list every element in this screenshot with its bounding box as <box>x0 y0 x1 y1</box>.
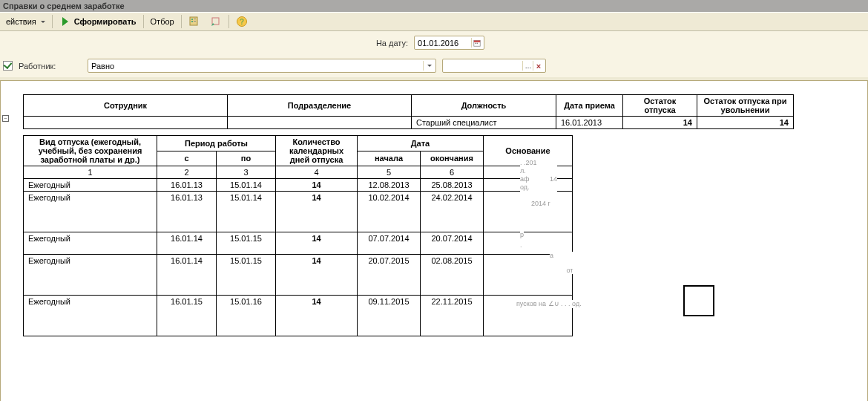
settings-icon <box>188 16 200 27</box>
worker-checkbox[interactable] <box>3 61 13 71</box>
cell-start: 07.07.2014 <box>358 232 421 255</box>
filter-label: Отбор <box>151 17 174 26</box>
table-row: Ежегодный16.01.1415.01.151420.07.201502.… <box>24 255 573 296</box>
calendar-icon[interactable] <box>471 38 481 48</box>
cell-type: Ежегодный <box>24 179 157 192</box>
restore-button[interactable] <box>206 14 226 30</box>
cell-days: 14 <box>276 192 358 232</box>
chevron-down-icon[interactable] <box>423 61 433 71</box>
worker-value-input[interactable]: … × <box>442 59 546 73</box>
cell-type: Ежегодный <box>24 232 157 255</box>
col-number: 1 <box>24 166 157 179</box>
col-position: Должность <box>412 95 556 117</box>
summary-row: Старший специалист 16.01.2013 14 14 <box>24 117 794 129</box>
cell-to: 15.01.14 <box>217 179 276 192</box>
hdr-start: начала <box>358 151 421 166</box>
cell-type: Ежегодный <box>24 255 157 296</box>
cell-days: 14 <box>276 255 358 296</box>
svg-text:?: ? <box>240 18 244 26</box>
table-row: Ежегодный16.01.1315.01.141410.02.201424.… <box>24 192 573 232</box>
settings-button[interactable] <box>184 14 205 30</box>
help-button[interactable]: ? <box>231 14 252 30</box>
help-icon: ? <box>236 16 248 27</box>
col-number: 6 <box>421 166 484 179</box>
svg-rect-1 <box>191 19 193 20</box>
date-filter-row: На дату: 01.01.2016 <box>0 31 868 54</box>
cell-end: 25.08.2013 <box>421 179 484 192</box>
col-number: 2 <box>157 166 217 179</box>
worker-op-value: Равно <box>91 62 114 71</box>
toolbar-separator <box>181 15 182 28</box>
cell-department <box>228 117 412 129</box>
cell-end: 20.07.2014 <box>421 232 484 255</box>
ellipsis-icon[interactable]: … <box>522 61 532 71</box>
cell-basis <box>484 232 573 255</box>
cell-remainder: 14 <box>623 117 697 129</box>
hdr-from: с <box>157 151 217 166</box>
cell-days: 14 <box>276 179 358 192</box>
svg-rect-4 <box>194 21 196 22</box>
cell-from: 16.01.13 <box>157 192 217 232</box>
filter-button[interactable]: Отбор <box>146 14 179 30</box>
cell-basis <box>484 179 573 192</box>
toolbar-separator <box>143 15 144 28</box>
table-row: Ежегодный16.01.1415.01.151407.07.201420.… <box>24 232 573 255</box>
col-remainder-fire: Остаток отпуска при увольнении <box>697 95 794 117</box>
svg-rect-11 <box>477 42 479 44</box>
toolbar-separator <box>228 15 229 28</box>
svg-rect-2 <box>194 19 196 19</box>
worker-op-select[interactable]: Равно <box>88 59 436 73</box>
hdr-days: Количество календарных дней отпуска <box>276 136 358 166</box>
col-hiredate: Дата приема <box>556 95 623 117</box>
cell-position: Старший специалист <box>412 117 556 129</box>
actions-menu[interactable]: ействия <box>1 14 50 30</box>
table-row: Ежегодный16.01.1515.01.161409.11.201522.… <box>24 296 573 336</box>
cell-start: 09.11.2015 <box>358 296 421 336</box>
cell-start: 12.08.2013 <box>358 179 421 192</box>
restore-icon <box>210 16 222 27</box>
toolbar-separator <box>52 15 53 28</box>
hdr-to: по <box>217 151 276 166</box>
cell-employee <box>24 117 228 129</box>
hdr-basis: Основание <box>484 136 573 166</box>
cell-remainder-fire: 14 <box>697 117 794 129</box>
date-value: 01.01.2016 <box>418 39 458 48</box>
window-title: Справки о среднем заработке <box>3 1 125 10</box>
cell-to: 15.01.14 <box>217 192 276 232</box>
cell-end: 22.11.2015 <box>421 296 484 336</box>
hdr-period: Период работы <box>157 136 276 151</box>
svg-rect-9 <box>474 40 480 42</box>
actions-label: ействия <box>6 17 36 26</box>
cell-type: Ежегодный <box>24 192 157 232</box>
redaction-box <box>683 285 714 316</box>
cell-type: Ежегодный <box>24 296 157 336</box>
cell-start: 20.07.2015 <box>358 255 421 296</box>
col-number: 7 <box>484 166 573 179</box>
form-button[interactable]: Сформировать <box>55 14 141 30</box>
cell-to: 15.01.15 <box>217 255 276 296</box>
play-icon <box>59 16 71 27</box>
worker-filter-row: Работник: Равно … × <box>0 54 868 77</box>
cell-from: 16.01.14 <box>157 255 217 296</box>
toolbar: ействия Сформировать Отбор ? <box>0 12 868 31</box>
col-department: Подразделение <box>228 95 412 117</box>
date-input[interactable]: 01.01.2016 <box>414 36 484 50</box>
cell-end: 24.02.2014 <box>421 192 484 232</box>
clear-icon[interactable]: × <box>533 61 542 71</box>
worker-label: Работник: <box>19 62 82 71</box>
col-number: 3 <box>217 166 276 179</box>
hdr-type: Вид отпуска (ежегодный, учебный, без сох… <box>24 136 157 166</box>
chevron-down-icon <box>41 21 45 23</box>
report-area: − Сотрудник Подразделение Должность Дата… <box>0 80 868 401</box>
col-employee: Сотрудник <box>24 95 228 117</box>
cell-from: 16.01.14 <box>157 232 217 255</box>
cell-basis <box>484 296 573 336</box>
report-content: Сотрудник Подразделение Должность Дата п… <box>1 81 867 336</box>
detail-table: Вид отпуска (ежегодный, учебный, без сох… <box>23 135 573 336</box>
table-row: Ежегодный16.01.1315.01.141412.08.201325.… <box>24 179 573 192</box>
col-number: 5 <box>358 166 421 179</box>
svg-rect-10 <box>475 42 476 44</box>
cell-from: 16.01.13 <box>157 179 217 192</box>
svg-rect-3 <box>191 21 193 22</box>
cell-basis <box>484 192 573 232</box>
